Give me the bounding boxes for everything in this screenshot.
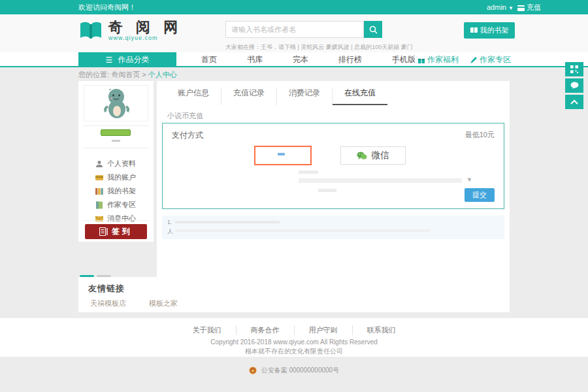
checkin-button[interactable]: 签到 bbox=[85, 224, 147, 239]
copyright-line2: 根本就不存在的文化有限责任公司 bbox=[0, 347, 588, 356]
nav-right: 作家福利 作家专区 bbox=[418, 52, 511, 67]
payment-box: 支付方式 最低10元 微信 ▼ 提交 bbox=[162, 123, 504, 209]
search-input[interactable] bbox=[225, 21, 364, 38]
friend-links-box: 友情链接 天禧模板店 模板之家 bbox=[78, 277, 510, 312]
sidebar-item-author-zone[interactable]: 作家专区 bbox=[95, 198, 136, 212]
nav-item-ranking[interactable]: 排行榜 bbox=[323, 52, 377, 67]
chevron-up-icon bbox=[570, 99, 578, 105]
breadcrumb: 您的位置: 奇阅首页 > 个人中心 bbox=[78, 70, 177, 80]
coin-card-icon bbox=[517, 5, 525, 11]
hamburger-icon: ☰ bbox=[106, 56, 113, 65]
nav-menu: 首页 书库 完本 排行榜 手机版 bbox=[186, 52, 431, 67]
divider bbox=[84, 125, 148, 126]
qr-code-icon bbox=[570, 65, 578, 73]
author-zone-link[interactable]: 作家专区 bbox=[470, 52, 511, 67]
site-name: 奇 阅 网 bbox=[108, 20, 182, 35]
footer: 关于我们 商务合作 用户守则 联系我们 Copyright 2016-2018 … bbox=[0, 318, 588, 357]
police-badge-icon bbox=[249, 367, 257, 374]
nav-item-finished[interactable]: 完本 bbox=[278, 52, 323, 67]
welcome-text: 欢迎访问奇阅网！ bbox=[78, 0, 136, 14]
sidebar-item-account[interactable]: 我的账户 bbox=[95, 171, 136, 184]
faded-form-bar bbox=[299, 171, 318, 174]
hot-search-links[interactable]: 大家都在搜：王爷，请下榻 | 灵蛇风云 豪媛风波 | 总裁的100天新娘 豪门 bbox=[225, 43, 413, 52]
sidebar-item-profile[interactable]: 个人资料 bbox=[95, 157, 136, 171]
avatar bbox=[84, 85, 148, 122]
submit-button[interactable]: 提交 bbox=[465, 188, 495, 202]
qr-code-button[interactable] bbox=[565, 62, 583, 76]
chat-bubble-icon bbox=[570, 82, 579, 90]
slider-indicator-active bbox=[80, 275, 94, 277]
sidebar-menu: 个人资料 我的账户 我的书架 作家专区 消息中心 bbox=[95, 157, 136, 225]
category-button[interactable]: ☰ 作品分类 bbox=[78, 52, 176, 67]
divider bbox=[84, 148, 148, 148]
divider bbox=[84, 220, 148, 221]
search-icon bbox=[369, 25, 378, 34]
main-panel: 账户信息 充值记录 消费记录 在线充值 小说币充值 支付方式 最低10元 微信 … bbox=[157, 81, 510, 277]
envelope-icon bbox=[95, 215, 103, 223]
username: admin bbox=[487, 3, 506, 11]
police-registration: 公安备案 000000000000号 bbox=[0, 366, 588, 375]
breadcrumb-home[interactable]: 奇阅首页 bbox=[111, 71, 140, 78]
site-logo[interactable]: 奇 阅 网 www.qiyue.com bbox=[78, 20, 182, 41]
friend-links-row: 天禧模板店 模板之家 bbox=[90, 299, 178, 308]
notebook-icon bbox=[95, 201, 103, 209]
footer-link-business[interactable]: 商务合作 bbox=[237, 325, 295, 335]
pay-option-wechat[interactable]: 微信 bbox=[340, 146, 406, 165]
pay-min-label: 最低10元 bbox=[465, 130, 495, 140]
person-icon bbox=[95, 160, 103, 168]
breadcrumb-current: 个人中心 bbox=[148, 71, 177, 78]
mini-dash bbox=[112, 140, 120, 142]
open-book-icon bbox=[78, 20, 103, 41]
tab-consume-record[interactable]: 消费记录 bbox=[277, 88, 333, 105]
sidebar-item-bookshelf[interactable]: 我的书架 bbox=[95, 184, 136, 198]
footer-link-contact[interactable]: 联系我们 bbox=[353, 325, 410, 335]
nav-item-home[interactable]: 首页 bbox=[186, 52, 232, 67]
user-dropdown[interactable]: admin▼ bbox=[487, 0, 514, 16]
section-title: 小说币充值 bbox=[167, 111, 203, 121]
author-welfare-link[interactable]: 作家福利 bbox=[418, 52, 459, 67]
pay-method-label: 支付方式 bbox=[172, 130, 203, 141]
account-tabs: 账户信息 充值记录 消费记录 在线充值 bbox=[166, 88, 387, 105]
sidebar-item-messages[interactable]: 消息中心 bbox=[95, 212, 136, 225]
friend-link[interactable]: 模板之家 bbox=[149, 299, 178, 308]
back-to-top-button[interactable] bbox=[565, 95, 583, 109]
main-nav: ☰ 作品分类 首页 书库 完本 排行榜 手机版 作家福利 作家专区 bbox=[0, 52, 588, 67]
chevron-down-icon: ▼ bbox=[508, 5, 514, 11]
gift-icon bbox=[418, 57, 425, 63]
book-icon bbox=[470, 27, 478, 34]
sidebar: 个人资料 我的账户 我的书架 作家专区 消息中心 签到 bbox=[78, 81, 154, 242]
recharge-link[interactable]: 充值 bbox=[517, 0, 541, 14]
nav-item-library[interactable]: 书库 bbox=[232, 52, 278, 67]
faded-tip-line bbox=[175, 221, 280, 223]
footer-link-rules[interactable]: 用户守则 bbox=[295, 325, 353, 335]
tab-recharge-record[interactable]: 充值记录 bbox=[221, 88, 277, 105]
monster-avatar-icon bbox=[99, 87, 133, 120]
pen-icon bbox=[470, 57, 477, 63]
friend-link[interactable]: 天禧模板店 bbox=[90, 299, 126, 308]
chat-button[interactable] bbox=[565, 78, 583, 93]
tips-panel: 1. 人 bbox=[162, 216, 504, 239]
footer-link-about[interactable]: 关于我们 bbox=[178, 325, 237, 335]
card-icon bbox=[95, 174, 103, 182]
header: 奇 阅 网 www.qiyue.com 大家都在搜：王爷，请下榻 | 灵蛇风云 … bbox=[0, 14, 588, 52]
search-button[interactable] bbox=[364, 21, 382, 38]
search-bar bbox=[225, 21, 382, 38]
wechat-icon bbox=[357, 152, 367, 160]
slider-indicator bbox=[97, 275, 111, 277]
friend-links-title: 友情链接 bbox=[88, 283, 125, 295]
copyright-line1: Copyright 2016-2018 www.qiyue.com All Ri… bbox=[0, 338, 588, 346]
topbar: 欢迎访问奇阅网！ admin▼ 充值 bbox=[0, 0, 588, 14]
site-url: www.qiyue.com bbox=[108, 35, 182, 41]
footer-links: 关于我们 商务合作 用户守则 联系我们 bbox=[0, 325, 588, 335]
checkin-list-icon bbox=[99, 227, 108, 236]
faded-form-bar bbox=[318, 189, 336, 192]
amount-select[interactable]: ▼ bbox=[299, 178, 462, 183]
tab-account-info[interactable]: 账户信息 bbox=[166, 88, 221, 105]
books-icon bbox=[95, 188, 103, 195]
pay-option-alipay[interactable] bbox=[254, 146, 312, 165]
my-bookshelf-button[interactable]: 我的书架 bbox=[464, 22, 515, 39]
broken-logo-placeholder bbox=[278, 153, 285, 155]
tab-online-recharge[interactable]: 在线充值 bbox=[333, 88, 387, 105]
floating-toolbar bbox=[565, 62, 583, 109]
faded-tip-line bbox=[175, 229, 430, 232]
